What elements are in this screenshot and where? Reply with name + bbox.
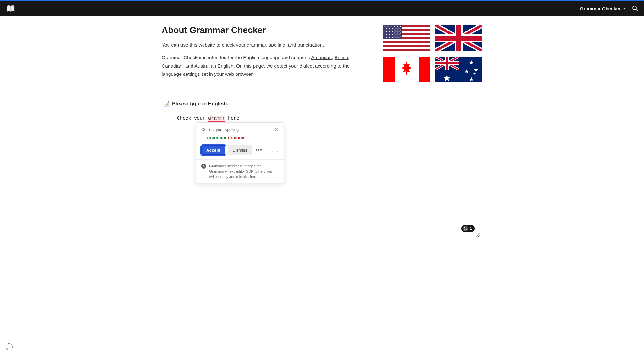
svg-point-35 <box>391 33 392 34</box>
grammarly-circle-icon <box>463 226 468 231</box>
correction-suggestion: … grammar grammr … <box>201 135 279 140</box>
svg-point-50 <box>386 37 387 38</box>
svg-point-12 <box>388 26 389 27</box>
flag-uk <box>435 25 482 51</box>
svg-point-42 <box>396 34 397 35</box>
svg-rect-8 <box>383 45 430 47</box>
svg-point-49 <box>400 36 401 37</box>
svg-point-26 <box>397 30 398 31</box>
svg-rect-10 <box>383 25 402 39</box>
svg-rect-9 <box>383 49 430 51</box>
flag-australia <box>435 57 482 82</box>
svg-point-33 <box>385 33 386 34</box>
popup-footer: G Grammar Checker leverages the Grammarl… <box>196 159 284 183</box>
svg-point-18 <box>389 28 390 29</box>
resize-handle[interactable] <box>476 233 480 237</box>
svg-point-14 <box>394 26 395 27</box>
svg-point-23 <box>388 30 389 31</box>
flag-usa <box>383 25 430 51</box>
prev-suggestion-icon[interactable]: ‹ <box>271 148 273 153</box>
link-canadian[interactable]: Canadian <box>162 63 182 69</box>
svg-point-28 <box>386 31 387 32</box>
misspelled-word[interactable]: grammr <box>208 116 225 122</box>
svg-point-39 <box>386 34 387 35</box>
svg-rect-7 <box>383 41 430 43</box>
wrong-word: grammr <box>228 135 245 140</box>
main-content: About Grammar Checker You can use this w… <box>162 16 482 251</box>
dialect-paragraph: Grammar Checker is intended for the Engl… <box>162 53 370 78</box>
grammar-editor[interactable]: Check your grammr here Correct your spel… <box>172 111 480 238</box>
svg-point-37 <box>397 33 398 34</box>
svg-point-25 <box>394 30 395 31</box>
editor-section: 📝 Please type in English: Check your gra… <box>162 101 482 238</box>
grammarly-icon: G <box>201 164 206 169</box>
svg-point-41 <box>392 34 393 35</box>
book-logo-icon[interactable] <box>6 4 16 13</box>
svg-point-29 <box>389 31 390 32</box>
intro-paragraph: You can use this website to check your g… <box>162 41 370 49</box>
accept-button[interactable]: Accept <box>201 145 225 155</box>
svg-point-36 <box>394 33 395 34</box>
svg-point-21 <box>399 28 400 29</box>
svg-point-15 <box>397 26 398 27</box>
popup-footer-text: Grammar Checker leverages the Grammarly … <box>209 164 279 179</box>
more-options-icon[interactable]: ••• <box>254 147 264 153</box>
svg-point-34 <box>388 33 389 34</box>
popup-title: Correct your spelling <box>201 127 239 132</box>
svg-point-32 <box>399 31 400 32</box>
page-title: About Grammar Checker <box>162 25 370 35</box>
link-australian[interactable]: Australian <box>194 63 216 69</box>
svg-point-11 <box>385 26 386 27</box>
about-section: About Grammar Checker You can use this w… <box>162 25 482 92</box>
correction-popup: Correct your spelling ✕ … grammar grammr… <box>196 122 284 183</box>
svg-point-30 <box>392 31 393 32</box>
svg-point-22 <box>385 30 386 31</box>
svg-point-46 <box>391 36 392 37</box>
nav-grammar-checker[interactable]: Grammar Checker <box>580 6 626 11</box>
flag-canada <box>383 57 430 82</box>
svg-point-48 <box>397 36 398 37</box>
svg-point-51 <box>389 37 390 38</box>
editor-text: Check your grammr here <box>177 116 239 122</box>
close-icon[interactable]: ✕ <box>275 127 279 132</box>
svg-point-27 <box>400 30 401 31</box>
correct-word: grammar <box>207 135 227 140</box>
svg-point-16 <box>400 26 401 27</box>
svg-point-40 <box>389 34 390 35</box>
memo-icon: 📝 <box>164 101 170 107</box>
header: Grammar Checker <box>0 1 644 16</box>
svg-point-47 <box>394 36 395 37</box>
search-icon[interactable] <box>632 5 638 12</box>
svg-point-17 <box>386 28 387 29</box>
chevron-down-icon <box>623 7 626 10</box>
svg-point-44 <box>385 36 386 37</box>
svg-rect-57 <box>383 57 395 82</box>
link-british[interactable]: British <box>335 55 348 60</box>
svg-point-24 <box>391 30 392 31</box>
svg-point-13 <box>391 26 392 27</box>
svg-point-52 <box>392 37 393 38</box>
svg-point-31 <box>396 31 397 32</box>
nav-label: Grammar Checker <box>580 6 621 11</box>
svg-point-54 <box>399 37 400 38</box>
dismiss-button[interactable]: Dismiss <box>228 145 252 155</box>
svg-point-20 <box>396 28 397 29</box>
editor-heading: 📝 Please type in English: <box>164 101 480 107</box>
svg-point-19 <box>392 28 393 29</box>
link-american[interactable]: American <box>311 55 332 60</box>
svg-point-43 <box>399 34 400 35</box>
svg-point-0 <box>633 6 636 10</box>
svg-point-53 <box>396 37 397 38</box>
svg-rect-58 <box>419 57 430 82</box>
next-suggestion-icon[interactable]: › <box>277 148 279 153</box>
svg-point-45 <box>388 36 389 37</box>
issue-count: 1 <box>469 226 472 231</box>
svg-point-38 <box>400 33 401 34</box>
svg-line-1 <box>636 9 638 11</box>
grammarly-badge[interactable]: 1 <box>461 225 475 232</box>
flags-grid <box>383 25 482 83</box>
